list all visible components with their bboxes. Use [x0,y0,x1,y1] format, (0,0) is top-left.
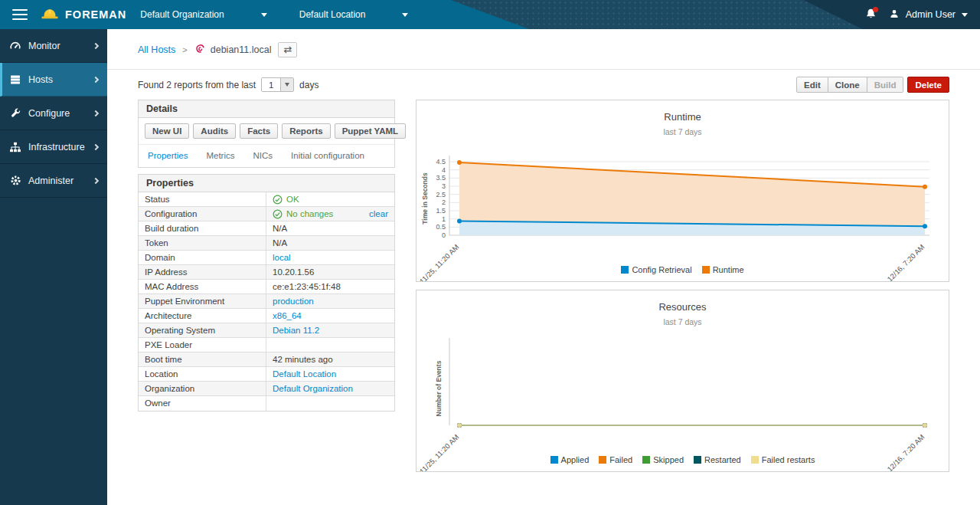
hamburger-menu-button[interactable] [12,9,28,20]
legend-item-restarted[interactable]: Restarted [694,455,741,464]
location-link[interactable]: Default Location [273,369,336,379]
legend-item-applied[interactable]: Applied [550,455,590,464]
new-ui-button[interactable]: New UI [145,123,189,139]
property-value: ce:e1:23:45:1f:48 [266,280,394,293]
status-value: No changes [286,209,333,218]
debian-icon [194,43,206,57]
property-value [266,396,394,411]
svg-text:11/25, 11:20 AM: 11/25, 11:20 AM [418,243,461,281]
property-value: 42 minutes ago [266,353,394,366]
sidebar-item-label: Hosts [28,74,53,85]
facts-button[interactable]: Facts [240,123,278,139]
user-menu[interactable]: Admin User [889,8,968,21]
host-switcher-button[interactable]: ⇄ [278,42,297,57]
foreman-logo: FOREMAN [40,6,126,24]
check-circle-icon [273,195,283,205]
table-row: TokenN/A [139,236,394,251]
clone-button[interactable]: Clone [828,77,867,93]
operating-system-link[interactable]: Debian 11.2 [273,326,319,335]
hard-hat-icon [40,6,60,24]
legend-swatch [599,456,606,464]
legend-item-skipped[interactable]: Skipped [642,455,684,464]
edit-button[interactable]: Edit [796,77,828,93]
property-value [266,338,394,352]
property-value: OK [266,192,394,206]
tab-nics[interactable]: NICs [253,151,273,160]
svg-text:4: 4 [442,166,446,174]
svg-text:Runtime: Runtime [664,111,701,123]
location-switcher[interactable]: Default Location [299,9,409,20]
property-value: Default Organization [266,382,394,395]
table-row: Domainlocal [139,251,394,265]
tab-initial-configuration[interactable]: Initial configuration [291,151,364,160]
resources-chart: Resourceslast 7 daysNumber of Events11/2… [417,290,948,471]
chevron-down-icon [261,13,267,17]
legend-item-config-retrieval[interactable]: Config Retrieval [621,265,691,274]
property-label: Domain [139,251,266,264]
notification-badge [873,7,878,12]
details-panel: Details New UIAuditsFactsReportsPuppet Y… [138,100,395,168]
table-row: Build durationN/A [139,221,394,236]
legend-swatch [642,456,650,464]
svg-text:last 7 days: last 7 days [663,127,701,136]
main-content: All Hosts > debian11.local ⇄ Found 2 rep… [107,29,980,505]
status-value: OK [286,195,299,204]
legend-item-failed-restarts[interactable]: Failed restarts [751,455,815,464]
reports-summary: Found 2 reports from the last 1 days [138,77,318,92]
property-value: 10.20.1.56 [266,265,394,279]
properties-panel-title: Properties [139,175,394,192]
details-panel-title: Details [139,100,394,118]
sidebar-item-label: Infrastructure [28,142,85,152]
property-label: Operating System [139,323,266,337]
build-button[interactable]: Build [867,77,904,93]
property-value: N/A [266,221,394,235]
architecture-link[interactable]: x86_64 [273,311,302,320]
sidebar-item-administer[interactable]: Administer [0,164,107,198]
host-actions: Edit Clone Build Delete [796,77,949,93]
organization-switcher[interactable]: Default Organization [140,9,266,20]
location-label: Default Location [299,9,366,20]
property-label: Puppet Environment [139,294,266,308]
tab-properties[interactable]: Properties [148,151,188,160]
bell-icon [865,11,877,22]
property-label: PXE Loader [139,338,266,352]
legend-swatch [702,266,710,274]
property-label: Token [139,236,266,250]
tab-metrics[interactable]: Metrics [206,151,234,160]
legend-item-runtime[interactable]: Runtime [702,265,744,274]
sidebar-item-configure[interactable]: Configure [0,97,107,130]
days-select[interactable]: 1 [261,77,294,92]
chevron-right-icon [93,110,99,116]
sidebar-item-monitor[interactable]: Monitor [0,29,107,63]
chevron-down-icon [962,13,968,17]
breadcrumb-separator: > [182,45,187,54]
sidebar-item-label: Configure [28,108,70,119]
svg-text:2: 2 [442,198,446,206]
boot-time-value: 42 minutes ago [273,355,333,364]
property-value: No changesclear [266,207,394,221]
property-label: Owner [139,396,266,411]
organization-link[interactable]: Default Organization [273,384,353,393]
infrastructure-icon [9,141,21,153]
domain-link[interactable]: local [273,253,291,262]
properties-panel: Properties StatusOKConfigurationNo chang… [138,174,395,412]
puppet-yaml-button[interactable]: Puppet YAML [335,123,406,139]
days-select-arrow[interactable] [280,78,293,91]
audits-button[interactable]: Audits [193,123,236,139]
property-value: x86_64 [266,309,394,323]
puppet-environment-link[interactable]: production [273,297,314,306]
sidebar-item-label: Monitor [28,41,60,51]
svg-text:1: 1 [442,215,446,223]
reports-summary-text: Found 2 reports from the last [138,80,256,90]
delete-button[interactable]: Delete [907,77,949,93]
table-row: IP Address10.20.1.56 [139,265,394,280]
sidebar-item-infrastructure[interactable]: Infrastructure [0,130,107,164]
legend-item-failed[interactable]: Failed [599,455,632,464]
legend-label: Failed [609,455,632,464]
clear-link[interactable]: clear [369,209,388,218]
breadcrumb-all-hosts-link[interactable]: All Hosts [138,44,175,55]
sidebar-item-hosts[interactable]: Hosts [0,63,107,97]
table-row: PXE Loader [139,338,394,353]
notifications-button[interactable] [865,8,877,22]
reports-button[interactable]: Reports [282,123,330,139]
